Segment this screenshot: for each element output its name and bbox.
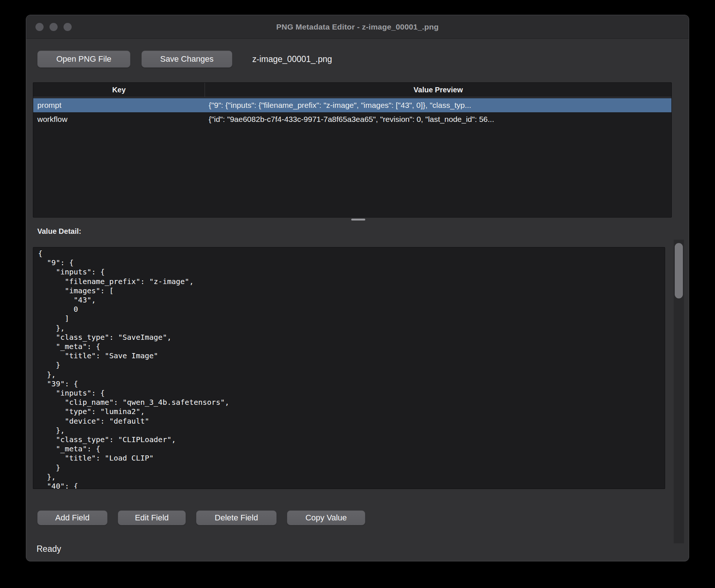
metadata-table[interactable]: Key Value Preview prompt {"9": {"inputs"… (33, 82, 672, 218)
value-preview-column-header[interactable]: Value Preview (205, 83, 671, 97)
row-value-preview: {"id": "9ae6082b-c7f4-433c-9971-7a8f65a3… (205, 115, 671, 124)
edit-field-button[interactable]: Edit Field (118, 510, 186, 525)
key-column-header[interactable]: Key (33, 83, 205, 97)
copy-value-button[interactable]: Copy Value (287, 510, 365, 525)
row-key: workflow (33, 115, 205, 124)
table-row-prompt[interactable]: prompt {"9": {"inputs": {"filename_prefi… (33, 98, 671, 112)
action-button-row: Add Field Edit Field Delete Field Copy V… (37, 510, 365, 525)
window-title: PNG Metadata Editor - z-image_00001_.png (26, 15, 689, 39)
vertical-scrollbar-track[interactable] (674, 240, 684, 543)
delete-field-button[interactable]: Delete Field (196, 510, 277, 525)
row-value-preview: {"9": {"inputs": {"filename_prefix": "z-… (205, 101, 671, 110)
open-png-file-button[interactable]: Open PNG File (37, 51, 130, 68)
table-row-workflow[interactable]: workflow {"id": "9ae6082b-c7f4-433c-9971… (33, 112, 671, 126)
row-key: prompt (33, 101, 205, 110)
save-changes-button[interactable]: Save Changes (141, 51, 232, 68)
title-bar[interactable]: PNG Metadata Editor - z-image_00001_.png (26, 15, 689, 39)
add-field-button[interactable]: Add Field (37, 510, 107, 525)
value-detail-label: Value Detail: (37, 227, 81, 236)
vertical-scrollbar-thumb[interactable] (675, 243, 683, 298)
status-bar-text: Ready (37, 544, 61, 554)
current-filename-label: z-image_00001_.png (252, 51, 332, 68)
pane-splitter-handle[interactable] (351, 219, 365, 220)
metadata-table-header: Key Value Preview (33, 83, 671, 98)
value-detail-json[interactable]: { "9": { "inputs": { "filename_prefix": … (33, 247, 665, 489)
value-detail-editor[interactable]: { "9": { "inputs": { "filename_prefix": … (33, 247, 665, 489)
app-window: PNG Metadata Editor - z-image_00001_.png… (26, 15, 689, 561)
